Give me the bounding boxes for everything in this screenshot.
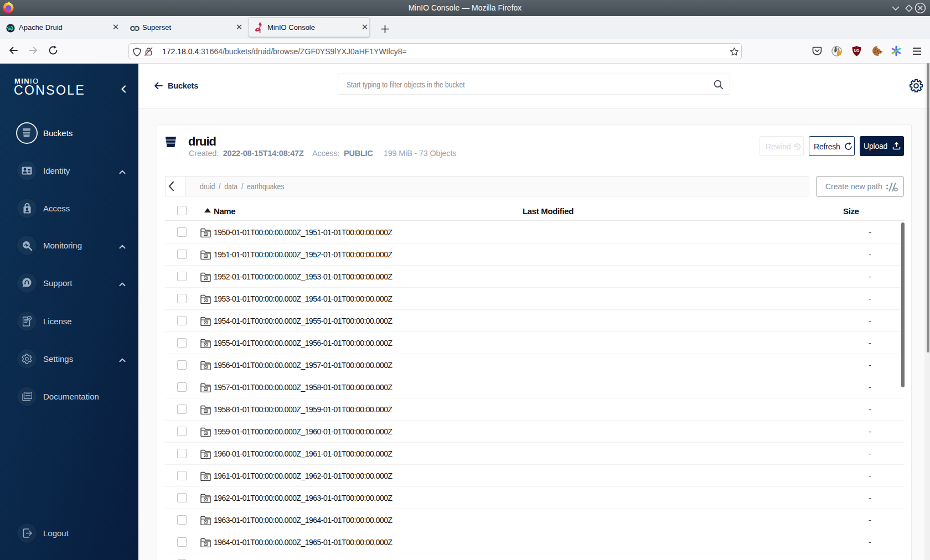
svg-text:UO: UO xyxy=(854,49,860,53)
